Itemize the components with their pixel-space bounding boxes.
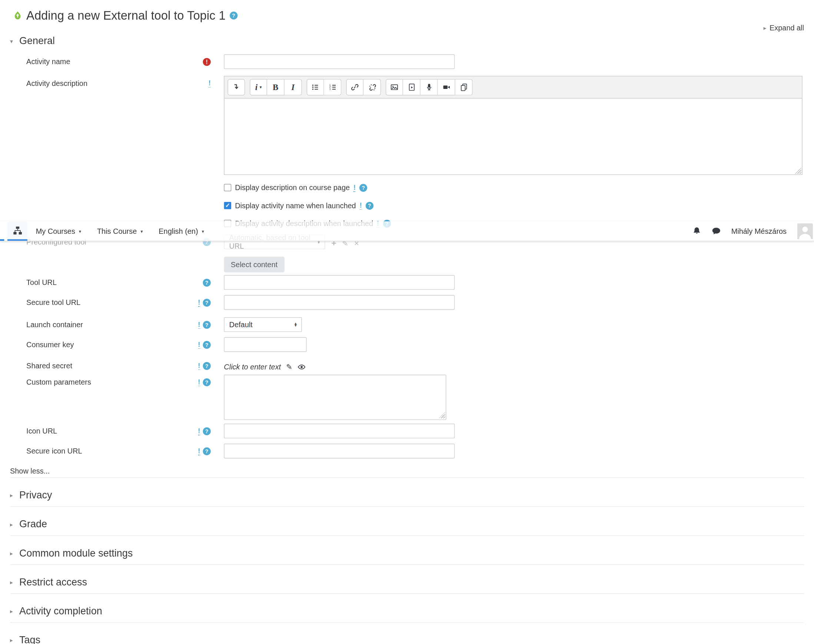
checkbox-display-activity-name[interactable]: ✓ Display activity name when launched ! … [224,200,804,210]
triangle-down-icon: ▾ [10,38,13,44]
help-icon[interactable]: ? [203,279,210,287]
triangle-right-icon: ▸ [763,25,766,31]
insert-image-icon[interactable] [386,79,403,95]
nav-language[interactable]: English (en) ▾ [159,227,204,235]
help-icon[interactable]: ? [203,427,210,435]
section-tags[interactable]: ▸ Tags [10,633,804,644]
launch-container-select[interactable]: Default ▴▾ [224,317,302,332]
shared-secret-placeholder[interactable]: Click to enter text [224,362,281,371]
activity-name-label: Activity name [26,57,203,66]
row-secure-tool-url: Secure tool URL !? [10,295,804,310]
help-icon[interactable]: ? [203,321,210,329]
section-label: Common module settings [19,547,133,559]
italic-icon[interactable]: I [285,79,302,95]
tool-url-input[interactable] [224,275,455,290]
rich-text-editor: i ▾ B I 123 [224,76,802,175]
section-label: Restrict access [19,577,87,588]
triangle-right-icon: ▸ [10,637,13,643]
section-activity-completion[interactable]: ▸ Activity completion [10,604,804,618]
ordered-list-icon[interactable]: 123 [324,79,342,95]
stepper-down-icon: ▾ [294,325,297,327]
nav-item-label: English (en) [159,227,198,235]
select-content-button[interactable]: Select content [224,257,284,273]
external-tool-icon [13,11,22,20]
insert-media-icon[interactable] [403,79,420,95]
info-icon: ! [198,299,200,307]
expand-all-link[interactable]: ▸ Expand all [763,24,804,32]
help-icon[interactable]: ? [359,184,367,192]
help-icon[interactable]: ? [203,378,210,386]
section-common-module-settings[interactable]: ▸ Common module settings [10,547,804,560]
required-icon: ! [203,58,210,66]
divider [10,535,804,536]
user-name[interactable]: Mihály Mészáros [731,227,786,235]
svg-text:3: 3 [329,88,331,90]
info-icon: ! [208,80,211,87]
moodle-form-page: Adding a new External tool to Topic 1 ? … [0,0,814,644]
notifications-bell-icon[interactable] [692,226,701,235]
row-icon-url: Icon URL !? [10,423,804,439]
manage-files-icon[interactable] [455,79,473,95]
section-label: Activity completion [19,606,102,617]
icon-url-input[interactable] [224,423,455,439]
checkbox[interactable]: ✓ [224,202,231,209]
divider [10,593,804,593]
section-restrict-access[interactable]: ▸ Restrict access [10,575,804,589]
secure-tool-url-input[interactable] [224,295,455,310]
navbar: My Courses ▾ This Course ▾ English (en) … [0,221,814,241]
triangle-right-icon: ▸ [10,521,13,527]
row-custom-parameters: Custom parameters !? [10,375,804,422]
triangle-right-icon: ▸ [10,492,13,498]
caret-down-icon: ▾ [79,228,81,233]
info-icon: ! [360,202,362,209]
info-icon: ! [198,447,200,455]
consumer-key-input[interactable] [224,337,307,352]
triangle-right-icon: ▸ [10,579,13,585]
avatar[interactable] [797,223,813,239]
paragraph-styles-icon[interactable]: i ▾ [250,79,267,95]
link-icon[interactable] [346,79,363,95]
row-tool-url: Tool URL ? [10,275,804,290]
bold-icon[interactable]: B [267,79,285,95]
help-icon[interactable]: ? [203,362,210,370]
help-icon[interactable]: ? [203,299,210,307]
messages-icon[interactable] [712,226,720,235]
help-icon[interactable]: ? [203,341,210,349]
nav-sitemap-tab[interactable] [8,221,28,241]
section-label: Tags [19,634,40,644]
row-shared-secret: Shared secret !? Click to enter text ✎ [10,359,804,371]
unordered-list-icon[interactable] [307,79,324,95]
checkbox-display-description[interactable]: ✓ Display description on course page ! ? [224,182,804,193]
activity-name-input[interactable] [224,54,455,69]
divider [10,622,804,623]
section-privacy[interactable]: ▸ Privacy [10,488,804,502]
row-launch-container: Launch container !? Default ▴▾ [10,317,804,332]
secure-tool-url-label: Secure tool URL [26,298,198,307]
editor-resize-handle[interactable] [795,167,802,174]
help-icon[interactable]: ? [203,447,210,455]
caret-down-icon: ▾ [260,85,262,90]
section-grade[interactable]: ▸ Grade [10,517,804,531]
secure-icon-url-input[interactable] [224,443,455,458]
collapse-toolbar-icon[interactable] [227,79,245,95]
show-less-link[interactable]: Show less... [10,467,804,475]
shared-secret-label: Shared secret [26,361,198,370]
nav-this-course[interactable]: This Course ▾ [97,227,143,235]
checkbox[interactable]: ✓ [224,184,231,191]
record-video-icon[interactable] [438,79,455,95]
nav-my-courses[interactable]: My Courses ▾ [36,227,81,235]
unlink-icon[interactable] [363,79,381,95]
triangle-right-icon: ▸ [10,609,13,614]
nav-tab-partial[interactable] [0,221,4,241]
show-secret-eye-icon[interactable] [297,363,305,371]
launch-container-label: Launch container [26,320,198,329]
title-help-icon[interactable]: ? [230,11,238,19]
editor-content-area[interactable] [224,98,802,175]
custom-parameters-textarea[interactable] [224,375,446,420]
edit-pencil-icon[interactable]: ✎ [286,362,292,371]
help-icon[interactable]: ? [366,202,374,209]
row-consumer-key: Consumer key !? [10,337,804,352]
section-general[interactable]: ▾ General [10,34,804,48]
record-audio-icon[interactable] [420,79,438,95]
expand-all-label: Expand all [770,24,804,32]
